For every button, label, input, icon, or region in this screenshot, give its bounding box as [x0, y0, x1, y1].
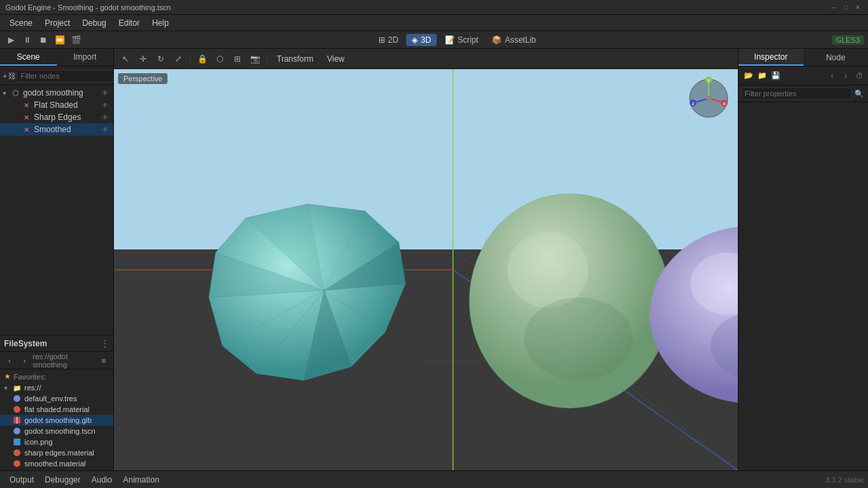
fs-item-godot-glb[interactable]: godot smoothing.glb — [0, 415, 113, 426]
script-mode-button[interactable]: 📝 Script — [439, 34, 484, 46]
tab-audio[interactable]: Audio — [86, 474, 118, 486]
3d-blobs — [114, 69, 738, 470]
fs-item-flat-shaded-mat[interactable]: flat shaded.material — [0, 404, 113, 415]
maximize-button[interactable]: □ — [841, 3, 850, 12]
left-panel: Scene Import + ⛓ 🔍 ▾ ⬡ godot smoothing 👁… — [0, 49, 114, 470]
move-tool-button[interactable]: ✛ — [136, 52, 151, 66]
3d-icon: ◈ — [412, 35, 418, 45]
play-buttons: ▶ ⏸ ⏹ ⏩ 🎬 — [0, 33, 83, 47]
material-icon-flat — [12, 405, 22, 414]
play-button[interactable]: ▶ — [4, 33, 18, 47]
menu-debug[interactable]: Debug — [77, 17, 111, 29]
mesh-icon-smoothed: ✕ — [22, 125, 31, 134]
2d-mode-button[interactable]: ⊞ 2D — [373, 34, 403, 46]
instance-node-button[interactable]: ⛓ — [8, 69, 16, 83]
tool-separator-1 — [190, 53, 191, 65]
fs-item-icon-png[interactable]: icon.png — [0, 436, 113, 447]
scene-tree: ▾ ⬡ godot smoothing 👁 ✕ Flat Shaded 👁 ✕ … — [0, 85, 113, 335]
main-area: Scene Import + ⛓ 🔍 ▾ ⬡ godot smoothing 👁… — [0, 49, 868, 470]
tree-item-smoothed[interactable]: ✕ Smoothed 👁 — [0, 123, 113, 136]
bottom-bar: Output Debugger Audio Animation 3.3.2 st… — [0, 470, 868, 488]
filesystem-options-icon: ⋮ — [101, 339, 109, 348]
tab-import[interactable]: Import — [57, 49, 114, 66]
snap-button[interactable]: ⊞ — [230, 52, 245, 66]
fs-label-sharp-edges-mat: sharp edges.material — [24, 449, 94, 457]
menu-scene[interactable]: Scene — [4, 17, 38, 29]
mesh-icon-flat: ✕ — [22, 100, 31, 110]
visibility-toggle-flat[interactable]: 👁 — [100, 102, 111, 109]
filesystem-panel: FileSystem ⋮ ‹ › res://godot smoothing ≡… — [0, 335, 113, 470]
camera-button[interactable]: 📷 — [248, 52, 262, 66]
fs-arrow-res: ▾ — [4, 384, 12, 392]
gles-badge: GLES3 — [832, 35, 864, 45]
minimize-button[interactable]: ─ — [829, 3, 838, 12]
visibility-toggle-smoothed[interactable]: 👁 — [100, 126, 111, 134]
svg-point-63 — [524, 298, 633, 380]
play-custom-button[interactable]: ⏩ — [53, 33, 66, 47]
tab-scene[interactable]: Scene — [0, 49, 57, 66]
favorites-label: ★ Favorites: — [0, 371, 113, 382]
play-scene-button[interactable]: 🎬 — [69, 33, 83, 47]
inspector-next-button[interactable]: › — [840, 70, 852, 82]
scale-tool-button[interactable]: ⤢ — [171, 52, 186, 66]
filter-properties-input[interactable] — [741, 87, 852, 100]
fs-item-res[interactable]: ▾ 📁 res:// — [0, 382, 113, 393]
view-menu[interactable]: View — [321, 53, 350, 65]
rotate-tool-button[interactable]: ↻ — [153, 52, 168, 66]
filter-nodes-input[interactable] — [17, 70, 117, 82]
menu-project[interactable]: Project — [39, 17, 75, 29]
fs-item-default-env[interactable]: default_env.tres — [0, 393, 113, 404]
tab-inspector[interactable]: Inspector — [738, 49, 804, 66]
close-button[interactable]: ✕ — [853, 3, 863, 12]
select-tool-button[interactable]: ↖ — [118, 52, 133, 66]
smoothed-blob — [650, 226, 738, 403]
filesystem-tree: ★ Favorites: ▾ 📁 res:// default_env.tres — [0, 369, 113, 470]
inspector-prev-button[interactable]: ‹ — [826, 70, 838, 82]
titlebar: Godot Engine - Smoothing - godot smoothi… — [0, 0, 868, 15]
fs-forward-button[interactable]: › — [18, 354, 31, 367]
window-controls: ─ □ ✕ — [829, 3, 863, 12]
tab-node[interactable]: Node — [804, 49, 869, 66]
inspector-tabs: Inspector Node — [738, 49, 868, 66]
flat-shaded-blob — [209, 204, 406, 380]
tab-animation[interactable]: Animation — [117, 474, 164, 486]
inspector-nav-folder-button[interactable]: 📁 — [756, 69, 768, 81]
fs-item-sharp-edges-mat[interactable]: sharp edges.material — [0, 447, 113, 458]
viewport-container: ↖ ✛ ↻ ⤢ 🔒 ⬡ ⊞ 📷 Transform View Perspecti… — [114, 49, 738, 470]
2d-icon: ⊞ — [378, 35, 385, 45]
fs-layout-button[interactable]: ≡ — [97, 354, 111, 367]
transform-menu[interactable]: Transform — [271, 53, 319, 65]
svg-point-0 — [14, 395, 20, 402]
filesystem-header[interactable]: FileSystem ⋮ — [0, 336, 113, 352]
viewport-toolbar: ↖ ✛ ↻ ⤢ 🔒 ⬡ ⊞ 📷 Transform View — [114, 49, 738, 69]
inspector-history-button[interactable]: ⏱ — [853, 70, 865, 82]
tab-debugger[interactable]: Debugger — [39, 474, 86, 486]
svg-rect-5 — [14, 439, 20, 445]
fs-back-button[interactable]: ‹ — [3, 354, 16, 367]
assetlib-mode-button[interactable]: 📦 AssetLib — [486, 34, 541, 46]
fs-item-godot-tscn[interactable]: godot smoothing.tscn — [0, 426, 113, 436]
menu-help[interactable]: Help — [146, 17, 174, 29]
tree-item-root[interactable]: ▾ ⬡ godot smoothing 👁 — [0, 87, 113, 99]
tab-output[interactable]: Output — [4, 474, 39, 486]
tree-item-sharp-edges[interactable]: ✕ Sharp Edges 👁 — [0, 111, 113, 123]
filter-properties-search-icon[interactable]: 🔍 — [853, 87, 865, 100]
stop-button[interactable]: ⏹ — [37, 33, 50, 47]
lock-button[interactable]: 🔒 — [195, 52, 210, 66]
add-node-button[interactable]: + — [3, 69, 7, 83]
group-button[interactable]: ⬡ — [212, 52, 227, 66]
svg-point-4 — [14, 428, 20, 434]
fs-item-smoothed-mat[interactable]: smoothed.material — [0, 458, 113, 469]
menu-editor[interactable]: Editor — [113, 17, 145, 29]
tree-item-flat-shaded[interactable]: ✕ Flat Shaded 👁 — [0, 99, 113, 111]
inspector-nav-save-button[interactable]: 💾 — [770, 69, 782, 81]
visibility-toggle-sharp[interactable]: 👁 — [100, 114, 111, 121]
svg-point-7 — [14, 460, 20, 467]
viewport-3d[interactable]: Perspective Y X Z — [114, 69, 738, 470]
svg-point-1 — [14, 406, 20, 413]
pause-button[interactable]: ⏸ — [20, 33, 34, 47]
visibility-toggle-root[interactable]: 👁 — [100, 89, 111, 97]
3d-mode-button[interactable]: ◈ 3D — [406, 34, 436, 46]
inspector-nav-files-button[interactable]: 📂 — [743, 69, 755, 81]
svg-point-6 — [14, 449, 20, 456]
